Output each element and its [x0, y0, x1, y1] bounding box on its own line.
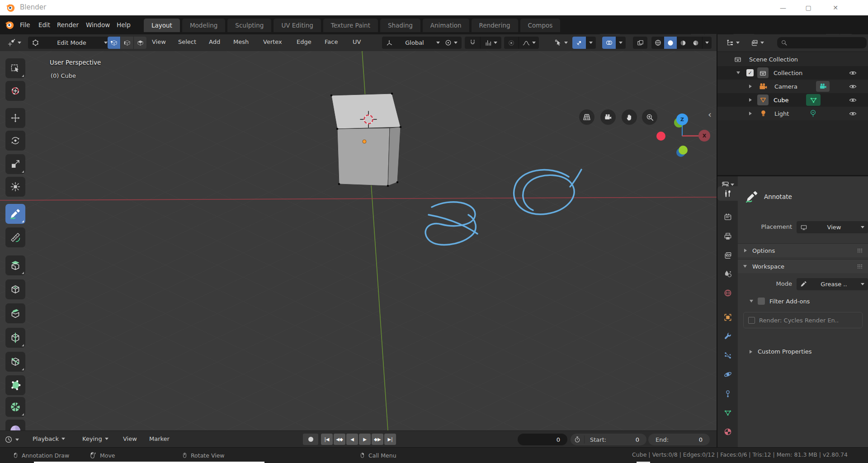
snap-toggle-button[interactable] — [465, 37, 480, 49]
tab-layout[interactable]: Layout — [144, 19, 180, 32]
tab-texture-paint[interactable]: Texture Paint — [323, 19, 378, 32]
material-shading-button[interactable] — [677, 37, 689, 49]
jump-to-start-button[interactable]: |◀ — [321, 434, 333, 445]
gizmo-axis-x-negative[interactable] — [656, 132, 665, 141]
tab-world[interactable] — [717, 286, 738, 300]
current-frame-field[interactable]: 0 — [518, 434, 567, 445]
tool-knife[interactable] — [5, 352, 25, 372]
addon-checkbox[interactable] — [748, 317, 755, 324]
vertex-select-mode-button[interactable] — [108, 37, 120, 49]
menu-mesh[interactable]: Mesh — [233, 38, 249, 45]
rendered-shading-button[interactable] — [689, 37, 702, 49]
collection-checkbox[interactable]: ✓ — [746, 69, 754, 76]
minimize-button[interactable]: — — [771, 0, 795, 15]
pan-view-button[interactable] — [622, 109, 637, 125]
tab-particles[interactable] — [717, 348, 738, 363]
workspace-mode-dropdown[interactable]: Grease .. — [797, 278, 868, 290]
close-button[interactable]: ✕ — [824, 0, 847, 15]
tool-smooth[interactable] — [5, 420, 25, 430]
outliner-search-input[interactable] — [777, 37, 867, 48]
zoom-view-button[interactable] — [642, 109, 657, 125]
transform-orientation-dropdown[interactable]: Global — [382, 37, 443, 49]
stopwatch-icon[interactable] — [574, 436, 581, 443]
maximize-button[interactable]: ▢ — [797, 0, 820, 15]
visibility-dropdown[interactable] — [551, 37, 571, 49]
tool-inset-faces[interactable] — [5, 279, 25, 299]
camera-view-button[interactable] — [600, 109, 616, 125]
snap-settings-dropdown[interactable] — [480, 37, 501, 49]
tab-scene[interactable] — [717, 267, 738, 281]
gizmo-axis-x[interactable]: X — [698, 130, 710, 142]
record-button[interactable] — [303, 434, 318, 445]
filter-addons-row[interactable]: Filter Add-ons — [738, 298, 868, 305]
workspace-panel-header[interactable]: Workspace — [738, 259, 868, 273]
blender-menu-icon[interactable] — [5, 20, 14, 30]
solid-shading-button[interactable] — [664, 37, 677, 49]
tool-bevel[interactable] — [5, 303, 25, 323]
collapse-arrow-icon[interactable] — [749, 112, 752, 115]
collapse-arrow-icon[interactable] — [749, 85, 752, 88]
tab-sculpting[interactable]: Sculpting — [227, 19, 271, 32]
pivot-point-dropdown[interactable] — [440, 37, 462, 49]
tool-scale[interactable] — [5, 154, 25, 174]
tab-animation[interactable]: Animation — [423, 19, 469, 32]
previous-keyframe-button[interactable]: ◀◆ — [334, 434, 345, 445]
tool-measure[interactable] — [5, 227, 25, 247]
tool-rotate[interactable] — [5, 131, 25, 151]
tab-output[interactable] — [717, 229, 738, 244]
menu-uv[interactable]: UV — [353, 38, 361, 45]
xray-toggle[interactable] — [633, 37, 647, 49]
show-gizmo-toggle[interactable] — [572, 37, 586, 49]
wireframe-shading-button[interactable] — [651, 37, 664, 49]
drag-grip-icon[interactable] — [857, 248, 863, 253]
menu-window[interactable]: Window — [83, 20, 113, 29]
tab-render[interactable] — [717, 210, 738, 224]
mode-dropdown[interactable]: Edit Mode — [28, 37, 111, 49]
timeline-editor-type-button[interactable] — [5, 435, 19, 444]
menu-file[interactable]: File — [17, 20, 33, 29]
tab-physics[interactable] — [717, 367, 738, 382]
outliner-row-collection[interactable]: ✓ Collection — [717, 66, 868, 80]
outliner-row-light[interactable]: Light — [717, 107, 868, 120]
custom-properties-header[interactable]: Custom Properties — [738, 348, 868, 355]
menu-render[interactable]: Render — [54, 20, 81, 29]
addon-list-item[interactable]: Render: Cycles Render En.. — [743, 312, 863, 328]
menu-add[interactable]: Add — [209, 38, 220, 45]
overlays-settings-dropdown[interactable] — [616, 37, 626, 49]
tab-object[interactable] — [717, 310, 738, 325]
gizmo-axis-z[interactable]: Z — [676, 113, 688, 125]
mesh-data-badge[interactable] — [806, 94, 821, 106]
tool-poly-build[interactable] — [5, 375, 25, 395]
tab-material[interactable] — [717, 425, 738, 439]
eye-icon[interactable] — [849, 96, 857, 104]
menu-vertex[interactable]: Vertex — [263, 38, 282, 45]
tab-modeling[interactable]: Modeling — [182, 19, 225, 32]
jump-to-end-button[interactable]: ▶| — [384, 434, 396, 445]
outliner-row-cube[interactable]: Cube — [717, 93, 868, 107]
tool-box-select[interactable] — [5, 58, 25, 78]
proportional-edit-toggle[interactable] — [504, 37, 519, 49]
outliner-row-scene-collection[interactable]: Scene Collection — [717, 52, 868, 66]
tab-object-data[interactable] — [717, 406, 738, 420]
tool-spin[interactable] — [5, 397, 25, 417]
menu-face[interactable]: Face — [325, 38, 338, 45]
show-overlays-toggle[interactable] — [602, 37, 616, 49]
menu-playback[interactable]: Playback — [33, 435, 65, 442]
tab-rendering[interactable]: Rendering — [472, 19, 518, 32]
play-reverse-button[interactable]: ◀ — [346, 434, 358, 445]
menu-edge[interactable]: Edge — [297, 38, 311, 45]
next-keyframe-button[interactable]: ◆▶ — [372, 434, 383, 445]
menu-edit[interactable]: Edit — [36, 20, 53, 29]
camera-data-badge[interactable] — [816, 81, 830, 92]
gizmo-settings-dropdown[interactable] — [586, 37, 596, 49]
face-select-mode-button[interactable] — [133, 37, 146, 49]
menu-keying[interactable]: Keying — [82, 435, 108, 442]
tab-constraints[interactable] — [717, 387, 738, 401]
drag-grip-icon[interactable] — [857, 264, 863, 269]
sidebar-collapse-arrow[interactable]: ‹ — [708, 109, 712, 120]
tab-modifiers[interactable] — [717, 329, 738, 344]
tab-compositing[interactable]: Compos — [520, 19, 561, 32]
options-panel-header[interactable]: Options — [738, 243, 868, 257]
gizmo-axis-y-negative[interactable] — [679, 146, 688, 155]
menu-timeline-view[interactable]: View — [123, 435, 137, 442]
